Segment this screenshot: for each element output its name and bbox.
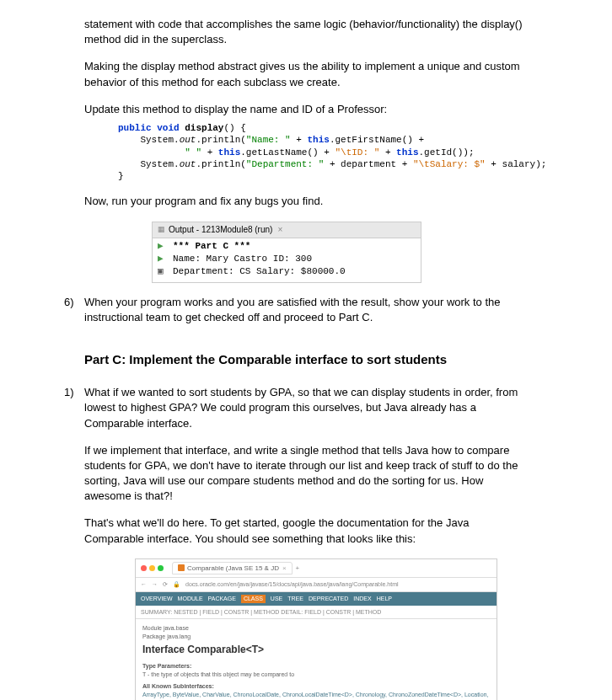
subinterfaces-text[interactable]: ArrayType, ByteValue, CharValue, ChronoL… xyxy=(142,691,490,700)
l3e: .getId()); xyxy=(419,147,475,158)
l3a xyxy=(118,147,185,158)
l3-str1: " " xyxy=(185,147,201,158)
step-6-text: When your program works and you are sati… xyxy=(84,295,528,325)
favicon-icon xyxy=(178,564,185,571)
browser-tab[interactable]: Comparable (Java SE 15 & JD × xyxy=(172,562,293,574)
method-name: display xyxy=(185,123,223,133)
window-controls[interactable] xyxy=(141,565,164,571)
new-tab-button[interactable]: + xyxy=(296,564,300,573)
stop-icon[interactable]: ▣ xyxy=(158,265,173,278)
l3c: .getLastName() + xyxy=(240,147,335,158)
sig-rest: () { xyxy=(223,123,245,133)
javadoc-screenshot: Comparable (Java SE 15 & JD × + ← → ⟳ 🔒 … xyxy=(135,558,497,700)
intro-p1: statement with code that accomplishes th… xyxy=(84,17,528,47)
c1-p3: That's what we'll do here. To get starte… xyxy=(84,516,528,546)
browser-tabbar: Comparable (Java SE 15 & JD × + xyxy=(136,559,497,578)
output-icon: ▦ xyxy=(158,224,165,235)
l3b: + xyxy=(201,147,218,158)
output-line1: *** Part C *** xyxy=(173,240,250,253)
url-text: docs.oracle.com/en/java/javase/15/docs/a… xyxy=(185,580,399,589)
output-tab[interactable]: ▦ Output - 1213Module8 (run) × xyxy=(153,222,421,238)
l2-out: out xyxy=(180,135,196,145)
nav-use[interactable]: USE xyxy=(271,595,282,603)
l4-str2: "\tSalary: $" xyxy=(413,159,486,169)
reload-icon[interactable]: ⟳ xyxy=(163,580,168,589)
module-line: Module java.base xyxy=(142,624,490,633)
l3d: + xyxy=(379,147,396,158)
intro-p2: Making the display method abstract gives… xyxy=(84,59,528,89)
nav-index[interactable]: INDEX xyxy=(353,595,371,603)
after-code-text: Now, run your program and fix any bugs y… xyxy=(84,194,528,209)
intro-p3: Update this method to display the name a… xyxy=(84,102,528,117)
nav-overview[interactable]: OVERVIEW xyxy=(141,595,173,603)
javadoc-subnav: SUMMARY: NESTED | FIELD | CONSTR | METHO… xyxy=(136,606,497,620)
back-arrow-icon[interactable]: ← xyxy=(141,580,147,589)
l2d: .getFirstName() + xyxy=(330,135,424,145)
minimize-window-icon[interactable] xyxy=(149,565,155,571)
output-line2: Name: Mary Castro ID: 300 xyxy=(173,253,312,265)
url-bar[interactable]: ← → ⟳ 🔒 docs.oracle.com/en/java/javase/1… xyxy=(136,578,497,592)
run-arrow-icon[interactable]: ▶ xyxy=(158,240,173,253)
l4a: System. xyxy=(118,159,180,169)
l3-this2: this xyxy=(396,147,418,158)
l2a: System. xyxy=(118,135,180,145)
l2c: + xyxy=(291,135,308,145)
kw-public: public xyxy=(118,123,157,133)
c1-number: 1) xyxy=(64,385,84,700)
l2-this: this xyxy=(307,135,329,145)
output-body: ▶*** Part C *** ▶Name: Mary Castro ID: 3… xyxy=(153,238,421,282)
kw-void: void xyxy=(157,123,185,133)
subinterfaces-hdr: All Known Subinterfaces: xyxy=(142,682,490,691)
output-line3: Department: CS Salary: $80000.0 xyxy=(173,265,346,278)
nav-package[interactable]: PACKAGE xyxy=(208,595,236,603)
javadoc-main: Module java.base Package java.lang Inter… xyxy=(136,619,497,700)
output-tab-label: Output - 1213Module8 (run) xyxy=(169,224,272,236)
lock-icon: 🔒 xyxy=(173,580,180,589)
l3-str2: "\tID: " xyxy=(335,147,379,158)
package-line: Package java.lang xyxy=(142,633,490,641)
browser-tab-label: Comparable (Java SE 15 & JD xyxy=(187,564,279,573)
forward-arrow-icon[interactable]: → xyxy=(152,580,158,589)
l4c: + department + xyxy=(324,159,413,169)
l4-str1: "Department: " xyxy=(246,159,324,169)
nav-tree[interactable]: TREE xyxy=(287,595,303,603)
run-arrow-icon-2[interactable]: ▶ xyxy=(158,253,173,265)
nav-deprecated[interactable]: DEPRECATED xyxy=(309,595,348,603)
close-window-icon[interactable] xyxy=(141,565,147,571)
l4-out: out xyxy=(180,159,196,169)
code-snippet: public void display() { System.out.print… xyxy=(118,122,528,182)
output-panel: ▦ Output - 1213Module8 (run) × ▶*** Part… xyxy=(152,222,421,283)
type-params-hdr: Type Parameters: xyxy=(142,662,490,671)
l5: } xyxy=(118,171,124,181)
nav-class[interactable]: CLASS xyxy=(241,595,266,603)
l3-this: this xyxy=(218,147,240,158)
c1-p2: If we implement that interface, and writ… xyxy=(84,443,528,505)
part-c-heading: Part C: Implement the Comparable interfa… xyxy=(84,350,528,368)
javadoc-navbar: OVERVIEW MODULE PACKAGE CLASS USE TREE D… xyxy=(136,592,497,606)
l2b: .println( xyxy=(196,135,245,145)
l2-str1: "Name: " xyxy=(246,135,291,145)
type-params-text: T - the type of objects that this object… xyxy=(142,671,490,679)
c1-p1: What if we wanted to sort students by GP… xyxy=(84,385,528,431)
l4d: + salary); xyxy=(486,159,547,169)
nav-help[interactable]: HELP xyxy=(377,595,392,603)
l4b: .println( xyxy=(196,159,245,169)
tab-close-icon[interactable]: × xyxy=(282,564,287,573)
interface-heading: Interface Comparable<T> xyxy=(142,643,490,657)
nav-module[interactable]: MODULE xyxy=(178,595,203,603)
step-6-number: 6) xyxy=(64,295,84,325)
close-icon[interactable]: × xyxy=(277,224,282,236)
maximize-window-icon[interactable] xyxy=(158,565,164,571)
